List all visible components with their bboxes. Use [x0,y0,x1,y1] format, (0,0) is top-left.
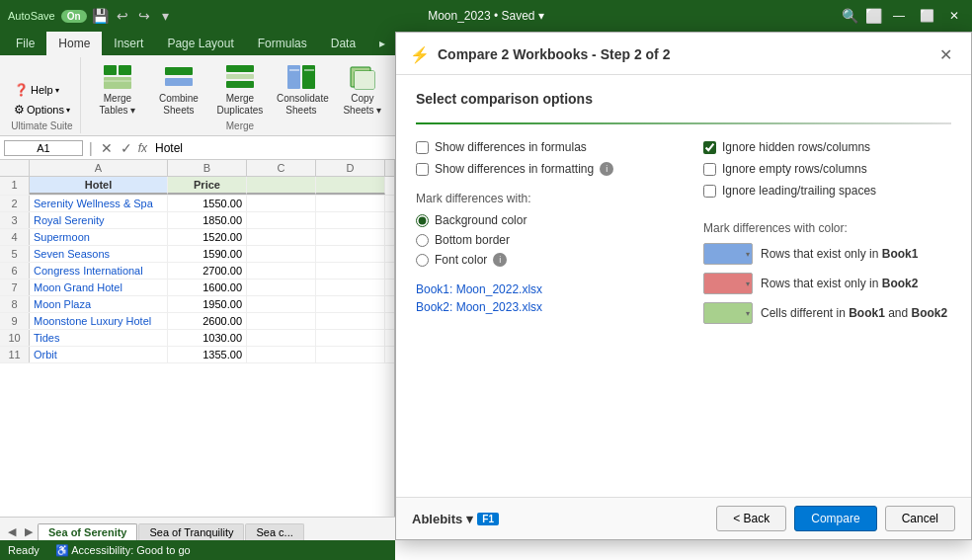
d-cell [316,313,385,329]
font-color-label: Font color [435,253,487,267]
close-icon[interactable]: ✕ [944,6,964,26]
book1-color-swatch[interactable]: ▾ [703,243,753,265]
header-d-cell[interactable] [316,177,385,195]
tab-more[interactable]: ▸ [367,32,397,55]
price-cell[interactable]: 1590.00 [168,246,247,262]
formatting-info-icon[interactable]: i [600,162,613,176]
minimize-icon[interactable]: — [889,6,909,26]
confirm-formula-icon[interactable]: ✓ [119,140,134,156]
tab-data[interactable]: Data [319,32,367,55]
book1-label: Book1: Moon_2022.xlsx [416,282,664,296]
hotel-name-cell[interactable]: Serenity Wellness & Spa [30,196,168,211]
header-price-cell[interactable]: Price [168,177,247,195]
redo-icon[interactable]: ↪ [136,8,152,24]
compare-button[interactable]: Compare [794,506,876,531]
price-cell[interactable]: 1950.00 [168,296,247,312]
merge-duplicates-label: Merge Duplicates [215,93,265,117]
ablebits-brand[interactable]: Ablebits ▾ F1 [412,512,708,526]
ignore-leading-row: Ignore leading/trailing spaces [703,184,951,198]
undo-icon[interactable]: ↩ [115,8,130,24]
price-cell[interactable]: 1030.00 [168,330,247,346]
diff-cells-color-swatch[interactable]: ▾ [703,302,753,324]
c-cell [247,280,316,295]
prev-sheet-icon[interactable]: ◀ [4,523,20,540]
hotel-name-cell[interactable]: Moon Plaza [30,296,168,312]
tab-home[interactable]: Home [46,32,102,55]
sheet-tab-sea-of-serenity[interactable]: Sea of Serenity [38,523,137,540]
price-cell[interactable]: 1600.00 [168,280,247,295]
tab-file[interactable]: File [4,32,46,55]
copy-sheets-button[interactable]: Copy Sheets ▾ [334,59,391,119]
options-button[interactable]: ⚙ Options ▾ [10,101,74,119]
header-c-cell[interactable] [247,177,316,195]
bg-color-radio[interactable] [416,214,429,227]
c-cell [247,229,316,245]
sheet-tab-sea-c[interactable]: Sea c... [245,523,303,540]
cancel-button[interactable]: Cancel [885,506,955,531]
book2-link[interactable]: Book2: Moon_2023.xlsx [416,300,542,314]
ignore-leading-label: Ignore leading/trailing spaces [722,184,876,198]
font-color-radio-row: Font color i [416,253,664,267]
diff-cells-color-text: Cells different in Book1 and Book2 [761,306,951,320]
hotel-name-cell[interactable]: Moonstone Luxury Hotel [30,313,168,329]
merge-duplicates-button[interactable]: Merge Duplicates [211,59,269,119]
fx-label: fx [138,141,147,155]
hotel-name-cell[interactable]: Tides [30,330,168,346]
next-sheet-icon[interactable]: ▶ [21,523,37,540]
col-a-header: A [30,160,168,176]
svg-rect-0 [104,65,117,75]
ribbon-group-merge: Merge Tables ▾ Combine Sheets Merge Dupl… [83,57,398,133]
name-box[interactable] [4,140,83,156]
show-diff-formulas-checkbox[interactable] [416,141,429,154]
svg-rect-6 [226,65,254,72]
titlebar-title: Moon_2023 • Saved ▾ [327,9,646,23]
show-diff-formatting-checkbox[interactable] [416,163,429,176]
combine-sheets-button[interactable]: Combine Sheets [150,59,207,119]
header-hotel-cell[interactable]: Hotel [30,177,168,195]
merge-tables-button[interactable]: Merge Tables ▾ [89,59,146,119]
ignore-hidden-checkbox[interactable] [703,141,716,154]
back-button[interactable]: < Back [716,506,786,531]
row-num-header [0,160,30,176]
autosave-toggle[interactable]: On [61,10,87,23]
tab-page-layout[interactable]: Page Layout [155,32,245,55]
price-cell[interactable]: 1850.00 [168,212,247,228]
sheet-tab-sea-of-tranquility[interactable]: Sea of Tranquility [138,523,244,540]
search-icon[interactable]: 🔍 [842,8,857,24]
hotel-name-cell[interactable]: Seven Seasons [30,246,168,262]
show-diff-formatting-row: Show differences in formatting i [416,162,664,176]
hotel-name-cell[interactable]: Orbit [30,347,168,362]
save-icon[interactable]: 💾 [93,8,109,24]
price-cell[interactable]: 1520.00 [168,229,247,245]
ignore-leading-checkbox[interactable] [703,185,716,198]
hotel-name-cell[interactable]: Congress International [30,263,168,279]
font-color-info-icon[interactable]: i [493,253,507,267]
c-cell [247,196,316,211]
book2-color-swatch[interactable]: ▾ [703,273,753,294]
dialog-close-button[interactable]: ✕ [933,42,957,66]
price-cell[interactable]: 2600.00 [168,313,247,329]
tab-insert[interactable]: Insert [102,32,155,55]
hotel-name-cell[interactable]: Moon Grand Hotel [30,280,168,295]
font-color-radio[interactable] [416,254,429,267]
price-cell[interactable]: 2700.00 [168,263,247,279]
show-diff-formulas-label: Show differences in formulas [435,140,587,154]
more-commands-icon[interactable]: ▾ [158,8,174,24]
price-cell[interactable]: 1355.00 [168,347,247,362]
ignore-empty-checkbox[interactable] [703,163,716,176]
bottom-border-radio[interactable] [416,234,429,247]
book1-link[interactable]: Book1: Moon_2022.xlsx [416,282,542,296]
d-cell [316,330,385,346]
hotel-name-cell[interactable]: Supermoon [30,229,168,245]
cancel-formula-icon[interactable]: ✕ [99,140,115,156]
help-button[interactable]: ❓ Help ▾ [10,81,74,99]
mark-color-label: Mark differences with color: [703,221,951,235]
hotel-name-cell[interactable]: Royal Serenity [30,212,168,228]
consolidate-sheets-button[interactable]: Consolidate Sheets [273,59,330,119]
price-cell[interactable]: 1550.00 [168,196,247,211]
c-cell [247,313,316,329]
ribbon-display-icon[interactable]: ⬜ [865,8,881,24]
restore-icon[interactable]: ⬜ [917,6,936,26]
tab-formulas[interactable]: Formulas [246,32,319,55]
book1-color-row: ▾ Rows that exist only in Book1 [703,243,951,265]
